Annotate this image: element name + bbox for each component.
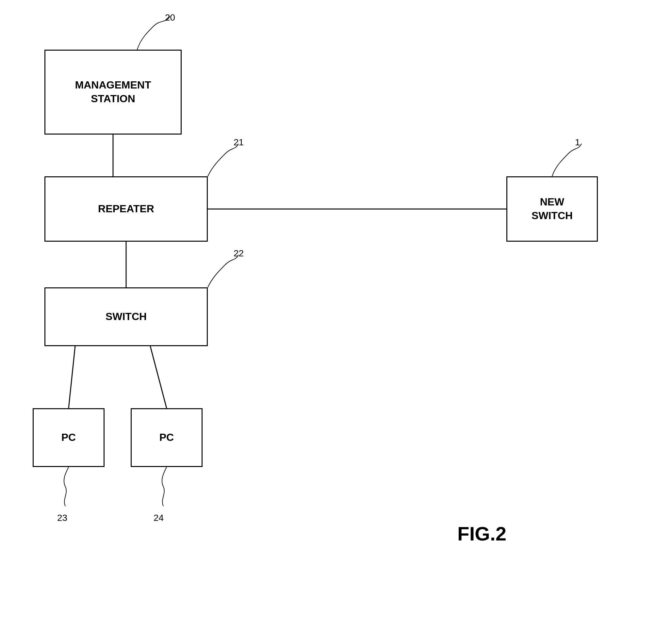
management-station-box: MANAGEMENTSTATION	[44, 50, 182, 135]
repeater-box: REPEATER	[44, 176, 208, 242]
pc2-label: PC	[159, 431, 174, 444]
ref-21: 21	[233, 137, 244, 147]
svg-line-3	[150, 346, 166, 408]
new-switch-label: NEWSWITCH	[532, 195, 573, 223]
management-station-label: MANAGEMENTSTATION	[75, 78, 151, 106]
svg-line-2	[69, 346, 75, 408]
repeater-label: REPEATER	[98, 202, 154, 216]
switch-box: SWITCH	[44, 288, 208, 346]
pc1-box: PC	[33, 408, 105, 467]
ref-1: 1	[575, 137, 580, 147]
pc2-box: PC	[131, 408, 203, 467]
ref-24: 24	[154, 513, 164, 523]
switch-label: SWITCH	[106, 310, 147, 324]
diagram: MANAGEMENTSTATION 20 REPEATER 21 SWITCH …	[0, 0, 655, 644]
ref-23: 23	[57, 513, 67, 523]
figure-label: FIG.2	[457, 523, 506, 545]
ref-22: 22	[233, 248, 244, 259]
pc1-label: PC	[62, 431, 76, 444]
ref-20: 20	[165, 13, 175, 23]
new-switch-box: NEWSWITCH	[506, 176, 598, 242]
